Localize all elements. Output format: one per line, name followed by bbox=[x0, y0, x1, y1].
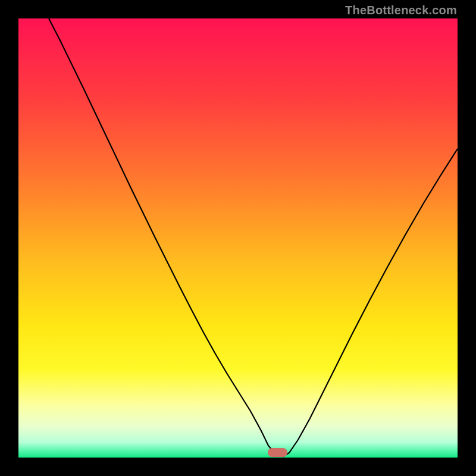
watermark-text: TheBottleneck.com bbox=[345, 4, 457, 17]
optimal-marker bbox=[268, 448, 287, 457]
chart-frame: TheBottleneck.com bbox=[0, 0, 476, 476]
bottleneck-curve bbox=[18, 18, 458, 458]
curve-path bbox=[49, 18, 458, 456]
plot-area bbox=[18, 18, 458, 458]
